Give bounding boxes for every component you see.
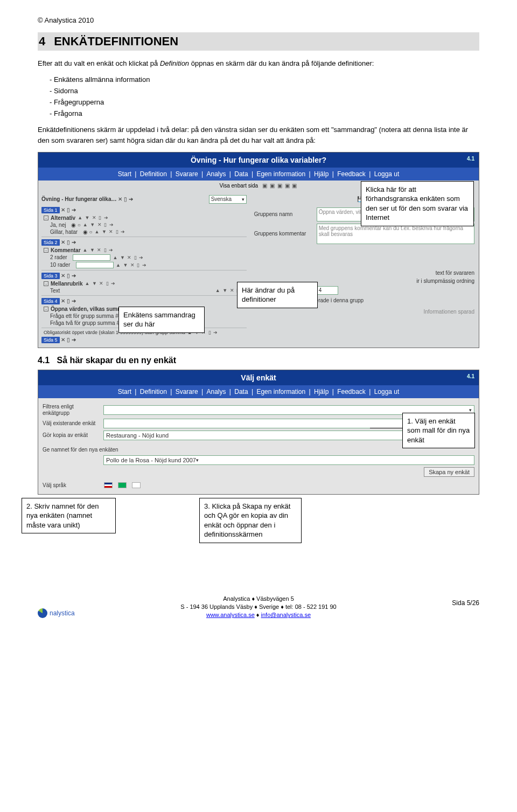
section-number: 4: [39, 34, 51, 48]
menu-item[interactable]: Data: [234, 170, 248, 178]
menu-item[interactable]: Hjälp: [314, 388, 329, 395]
page-number: Sida 5/26: [452, 599, 479, 607]
callout-step2: 2. Skriv namnet för den nya enkäten (nam…: [22, 498, 116, 534]
app-titlebar: Övning - Hur fungerar olika variabler? 4…: [38, 152, 479, 168]
field-text: ir i slumpmässig ordning: [416, 278, 474, 284]
app-title: Välj enkät: [241, 373, 276, 382]
callout-preview: Klicka här för att förhandsgranska enkät…: [361, 181, 474, 226]
callout-summary: Enkätens sammandrag ser du här: [118, 307, 205, 333]
field-label: Ge namnet för den nya enkäten: [43, 447, 118, 453]
menu-item[interactable]: Egen information: [256, 388, 305, 395]
flag-fi-icon[interactable]: [132, 482, 141, 488]
tree-row: 10 rader: [50, 262, 70, 268]
list-item: Enkätens allmänna information: [59, 74, 479, 86]
brand-text: nalystica: [50, 609, 75, 617]
intro-paragraph: Efter att du valt en enkät och klickat p…: [38, 58, 479, 69]
side-tag[interactable]: Sida 5: [41, 337, 60, 343]
footer-line1: Analystica ♦ Väsbyvägen 5: [38, 595, 479, 603]
create-button[interactable]: Skapa ny enkät: [424, 467, 474, 477]
menu-item[interactable]: Start: [118, 388, 131, 395]
page-footer: Analystica ♦ Väsbyvägen 5 S - 194 36 Upp…: [38, 595, 479, 620]
side-tag[interactable]: Sida 4: [41, 298, 60, 304]
field-label: Välj språk: [43, 482, 99, 489]
callout-step1: 1. Välj en enkät som mall för din nya en…: [402, 413, 475, 449]
field-label: Gruppens kommentar: [254, 231, 313, 237]
tree-row: Gillar, hatar: [50, 229, 78, 235]
name-input[interactable]: Pollo de la Rosa - Nöjd kund 2007: [103, 455, 474, 465]
app-title: Övning - Hur fungerar olika variabler?: [191, 156, 326, 164]
menu-item[interactable]: Start: [118, 170, 131, 178]
app-menubar: Start | Definition | Svarare | Analys | …: [38, 385, 479, 398]
menu-item[interactable]: Analys: [206, 388, 226, 395]
side-tag[interactable]: Sida 2: [41, 239, 60, 246]
subsection-heading: 4.1 Så här skapar du en ny enkät: [38, 356, 479, 365]
flag-se-icon[interactable]: [118, 482, 127, 488]
callout-defs: Här ändrar du på definitioner: [237, 282, 318, 308]
menu-item[interactable]: Logga ut: [374, 170, 400, 178]
menu-item[interactable]: Hjälp: [314, 170, 329, 178]
tree-row: Text: [50, 288, 60, 294]
subsection-title: Så här skapar du en ny enkät: [57, 356, 176, 365]
tree-item[interactable]: -Alternativ ▲ ▼ ✕ ▯ ➔: [41, 214, 247, 221]
tree-item[interactable]: -Kommentar ▲ ▼ ✕ ▯ ➔: [41, 247, 247, 254]
page-number-input[interactable]: 4: [317, 286, 338, 295]
field-label: Gruppens namn: [254, 211, 313, 217]
menu-item[interactable]: Egen information: [256, 170, 305, 178]
section-title: ENKÄTDEFINITIONEN: [54, 34, 178, 48]
logo-mark-icon: [38, 608, 47, 618]
visa-label: Visa enbart sida: [220, 183, 258, 189]
definition-list: Enkätens allmänna information Sidorna Fr…: [59, 74, 479, 119]
app-version: 4.1: [467, 156, 474, 162]
callout-step3: 3. Klicka på Skapa ny enkät och QA gör e…: [199, 498, 302, 543]
left-header-title: Övning - Hur fungerar olika…: [41, 196, 116, 202]
screenshot-2-wrap: Välj enkät 4.1 Start | Definition | Svar…: [38, 370, 479, 495]
flag-uk-icon[interactable]: [104, 482, 113, 488]
field-label: Gör kopia av enkät: [43, 432, 99, 439]
field-label: Välj existerande enkät: [43, 420, 99, 427]
footer-link-web[interactable]: www.analystica.se: [206, 612, 255, 618]
menu-item[interactable]: Svarare: [176, 170, 198, 178]
menu-item[interactable]: Svarare: [176, 388, 198, 395]
field-label: Filtrera enligt enkätgrupp: [43, 404, 99, 417]
saved-text: Informationen sparad: [254, 309, 474, 315]
list-item: Frågorna: [59, 108, 479, 120]
menu-item[interactable]: Feedback: [337, 388, 366, 395]
menu-item[interactable]: Definition: [140, 388, 167, 395]
list-item: Frågegrupperna: [59, 97, 479, 108]
section-heading: 4 ENKÄTDEFINITIONEN: [38, 32, 479, 51]
app-menubar: Start | Definition | Svarare | Analys | …: [38, 168, 479, 181]
tree-row: Ja, nej: [50, 222, 66, 228]
tree-item[interactable]: -Mellanrubrik ▲ ▼ ✕ ▯ ➔: [41, 280, 247, 287]
footer-line2: S - 194 36 Upplands Väsby ♦ Sverige ♦ te…: [38, 603, 479, 611]
paragraph-2: Enkätdefinitionens skärm är uppdelad i t…: [38, 124, 479, 146]
screenshot-1-wrap: Övning - Hur fungerar olika variabler? 4…: [38, 152, 479, 348]
app-version: 4.1: [467, 373, 474, 379]
menu-item[interactable]: Data: [234, 388, 248, 395]
menu-item[interactable]: Definition: [140, 170, 167, 178]
list-item: Sidorna: [59, 86, 479, 97]
menu-item[interactable]: Analys: [206, 170, 226, 178]
toolbar-icons[interactable]: ▣ ▣ ▣ ▣ ▣: [262, 183, 297, 189]
menu-item[interactable]: Feedback: [337, 170, 366, 178]
footer-link-email[interactable]: info@analystica.se: [261, 612, 311, 618]
side-tag[interactable]: Sida 3: [41, 273, 60, 279]
group-comment-input[interactable]: Med gruppens kommentar kan du t.ex. besk…: [317, 224, 474, 244]
brand-logo: nalystica: [38, 608, 75, 618]
field-text: text för svararen: [436, 270, 474, 276]
copyright-text: © Analystica 2010: [38, 16, 479, 24]
app-titlebar: Välj enkät 4.1: [38, 370, 479, 385]
language-select[interactable]: Svenska: [209, 195, 247, 204]
subsection-number: 4.1: [38, 356, 50, 365]
side-tag[interactable]: Sida 1: [41, 207, 60, 213]
menu-item[interactable]: Logga ut: [374, 388, 400, 395]
tree-row: 2 rader: [50, 254, 67, 260]
